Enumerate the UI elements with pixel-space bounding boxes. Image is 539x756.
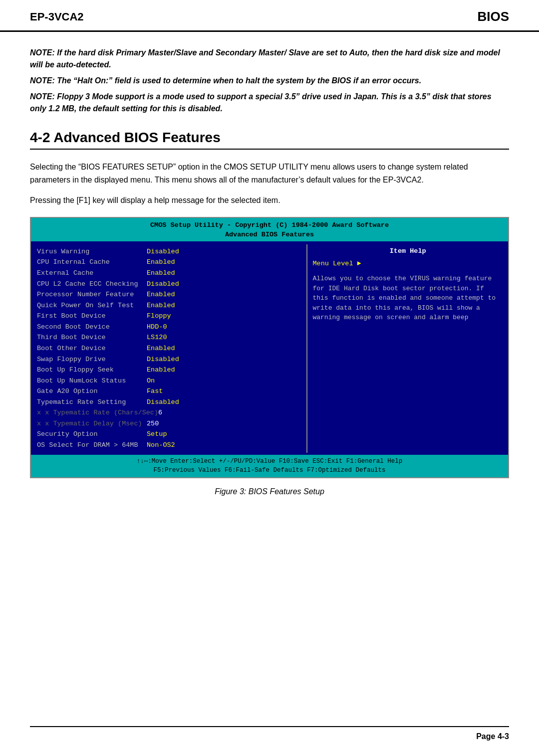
bios-row-2[interactable]: External CacheEnabled xyxy=(37,268,306,279)
menu-level-label: Menu Level xyxy=(312,260,353,267)
bios-value-2: Enabled xyxy=(147,268,175,278)
bios-value-9: Enabled xyxy=(147,344,175,354)
page-footer: Page 4-3 xyxy=(30,726,509,741)
header-bios: BIOS xyxy=(477,9,509,24)
bios-row-11[interactable]: Boot Up Floppy SeekEnabled xyxy=(37,365,306,376)
bios-row-13[interactable]: Gate A20 OptionFast xyxy=(37,386,306,397)
bios-title-line1: CMOS Setup Utility - Copyright (C) 1984-… xyxy=(31,220,508,230)
bios-menu-level: Menu Level ► xyxy=(312,259,503,269)
bios-label-17: Security Option xyxy=(37,429,147,439)
content-area: NOTE: If the hard disk Primary Master/Sl… xyxy=(0,32,539,521)
menu-level-arrow: ► xyxy=(357,260,361,267)
bios-label-5: Quick Power On Self Test xyxy=(37,301,147,311)
bios-title-line2: Advanced BIOS Features xyxy=(31,230,508,240)
bios-label-11: Boot Up Floppy Seek xyxy=(37,365,147,375)
bios-value-17: Setup xyxy=(147,429,167,439)
bios-value-16: 250 xyxy=(147,419,159,429)
bios-row-14[interactable]: Typematic Rate SettingDisabled xyxy=(37,397,306,408)
page-container: EP-3VCA2 BIOS NOTE: If the hard disk Pri… xyxy=(0,0,539,756)
bios-label-1: CPU Internal Cache xyxy=(37,257,147,267)
bios-value-15: 6 xyxy=(158,408,162,418)
bios-footer-line1: ↑↓↔:Move Enter:Select +/-/PU/PD:Value F1… xyxy=(35,457,504,466)
note-2: NOTE: The “Halt On:” field is used to de… xyxy=(30,75,509,87)
bios-value-13: Fast xyxy=(147,386,163,396)
bios-value-4: Enabled xyxy=(147,290,175,300)
bios-row-5[interactable]: Quick Power On Self TestEnabled xyxy=(37,300,306,311)
bios-footer: ↑↓↔:Move Enter:Select +/-/PU/PD:Value F1… xyxy=(31,455,508,478)
bios-value-12: On xyxy=(147,376,155,386)
notes-section: NOTE: If the hard disk Primary Master/Sl… xyxy=(30,47,509,115)
bios-row-16[interactable]: x x Typematic Delay (Msec)250 xyxy=(37,418,306,429)
bios-screen: CMOS Setup Utility - Copyright (C) 1984-… xyxy=(31,218,508,477)
bios-row-0[interactable]: Virus WarningDisabled xyxy=(37,246,306,257)
bios-row-9[interactable]: Boot Other DeviceEnabled xyxy=(37,343,306,354)
bios-label-13: Gate A20 Option xyxy=(37,386,147,396)
bios-help-text: Allows you to choose the VIRUS warning f… xyxy=(312,274,503,323)
bios-label-12: Boot Up NumLock Status xyxy=(37,376,147,386)
bios-label-6: First Boot Device xyxy=(37,311,147,321)
bios-row-3[interactable]: CPU L2 Cache ECC CheckingDisabled xyxy=(37,279,306,290)
page-number: Page 4-3 xyxy=(476,732,509,741)
figure-caption: Figure 3: BIOS Features Setup xyxy=(30,487,509,496)
bios-row-18[interactable]: OS Select For DRAM > 64MBNon-OS2 xyxy=(37,440,306,451)
bios-label-9: Boot Other Device xyxy=(37,344,147,354)
bios-row-7[interactable]: Second Boot DeviceHDD-0 xyxy=(37,322,306,333)
body-paragraph-1: Selecting the “BIOS FEATURES SETUP” opti… xyxy=(30,161,509,186)
bios-value-8: LS120 xyxy=(147,333,167,343)
bios-row-6[interactable]: First Boot DeviceFloppy xyxy=(37,311,306,322)
bios-value-11: Enabled xyxy=(147,365,175,375)
bios-value-14: Disabled xyxy=(147,397,179,407)
bios-row-1[interactable]: CPU Internal CacheEnabled xyxy=(37,257,306,268)
bios-label-8: Third Boot Device xyxy=(37,333,147,343)
bios-row-8[interactable]: Third Boot DeviceLS120 xyxy=(37,332,306,343)
bios-title-bar: CMOS Setup Utility - Copyright (C) 1984-… xyxy=(31,218,508,241)
bios-label-0: Virus Warning xyxy=(37,247,147,257)
bios-value-18: Non-OS2 xyxy=(147,440,175,450)
bios-label-4: Processor Number Feature xyxy=(37,290,147,300)
note-3: NOTE: Floppy 3 Mode support is a mode us… xyxy=(30,91,509,115)
bios-row-4[interactable]: Processor Number FeatureEnabled xyxy=(37,289,306,300)
bios-item-help-title: Item Help xyxy=(312,246,503,256)
header-model: EP-3VCA2 xyxy=(30,10,84,23)
bios-value-6: Floppy xyxy=(147,311,171,321)
bios-right-panel: Item Help Menu Level ► Allows you to cho… xyxy=(307,244,508,453)
bios-rows-col: Virus WarningDisabledCPU Internal CacheE… xyxy=(37,246,306,451)
bios-label-2: External Cache xyxy=(37,268,147,278)
body-paragraph-2: Pressing the [F1] key will display a hel… xyxy=(30,194,509,207)
bios-label-10: Swap Floppy Drive xyxy=(37,355,147,365)
bios-label-3: CPU L2 Cache ECC Checking xyxy=(37,279,147,289)
bios-row-10[interactable]: Swap Floppy DriveDisabled xyxy=(37,354,306,365)
section-heading: 4-2 Advanced BIOS Features xyxy=(30,130,509,150)
bios-row-17[interactable]: Security OptionSetup xyxy=(37,429,306,440)
bios-label-7: Second Boot Device xyxy=(37,322,147,332)
header: EP-3VCA2 BIOS xyxy=(0,0,539,32)
bios-value-7: HDD-0 xyxy=(147,322,167,332)
bios-value-1: Enabled xyxy=(147,257,175,267)
bios-left-panel: Virus WarningDisabledCPU Internal CacheE… xyxy=(31,244,307,453)
bios-label-18: OS Select For DRAM > 64MB xyxy=(37,440,147,450)
bios-value-0: Disabled xyxy=(147,247,179,257)
bios-row-12[interactable]: Boot Up NumLock StatusOn xyxy=(37,376,306,386)
note-1: NOTE: If the hard disk Primary Master/Sl… xyxy=(30,47,509,71)
bios-label-16: x x Typematic Delay (Msec) xyxy=(37,419,147,429)
bios-label-15: x x Typematic Rate (Chars/Sec) xyxy=(37,408,158,418)
bios-value-5: Enabled xyxy=(147,301,175,311)
bios-footer-line2: F5:Previous Values F6:Fail-Safe Defaults… xyxy=(35,466,504,475)
bios-value-10: Disabled xyxy=(147,355,179,365)
bios-body: Virus WarningDisabledCPU Internal CacheE… xyxy=(31,241,508,455)
bios-row-15[interactable]: x x Typematic Rate (Chars/Sec)6 xyxy=(37,407,306,418)
bios-label-14: Typematic Rate Setting xyxy=(37,397,147,407)
bios-screen-wrapper: CMOS Setup Utility - Copyright (C) 1984-… xyxy=(30,217,509,478)
bios-value-3: Disabled xyxy=(147,279,179,289)
